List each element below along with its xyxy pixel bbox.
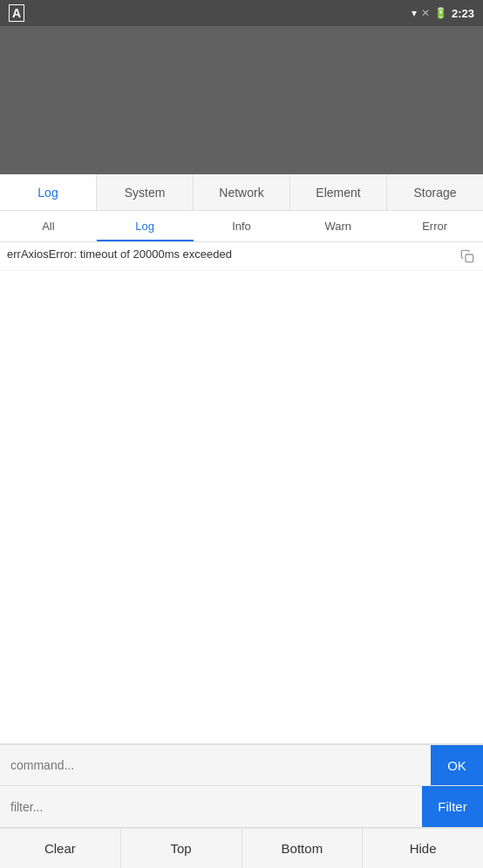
tab-storage[interactable]: Storage xyxy=(387,174,483,210)
top-tab-bar: Log System Network Element Storage xyxy=(0,174,483,211)
command-input[interactable] xyxy=(0,758,431,772)
tab-element[interactable]: Element xyxy=(290,174,387,210)
tab-log[interactable]: Log xyxy=(0,174,97,210)
signal-icon: ✕ xyxy=(421,7,430,19)
clear-button[interactable]: Clear xyxy=(0,829,121,868)
command-area: OK xyxy=(0,744,483,786)
preview-area xyxy=(0,26,483,174)
subtab-all[interactable]: All xyxy=(0,211,97,241)
status-bar: A ▾ ✕ 🔋 2:23 xyxy=(0,0,483,26)
log-content-area: errAxiosError: timeout of 20000ms exceed… xyxy=(0,242,483,744)
tab-system[interactable]: System xyxy=(97,174,194,210)
status-bar-right: ▾ ✕ 🔋 2:23 xyxy=(412,7,474,20)
log-entry-text: errAxiosError: timeout of 20000ms exceed… xyxy=(7,248,459,261)
filter-area: Filter xyxy=(0,786,483,828)
filter-button[interactable]: Filter xyxy=(422,786,483,827)
hide-button[interactable]: Hide xyxy=(363,829,483,868)
status-bar-left: A xyxy=(9,4,24,22)
wifi-icon: ▾ xyxy=(412,7,417,19)
subtab-log[interactable]: Log xyxy=(97,211,194,241)
bottom-action-bar: Clear Top Bottom Hide xyxy=(0,828,483,868)
app-icon: A xyxy=(9,4,24,22)
subtab-warn[interactable]: Warn xyxy=(289,211,386,241)
filter-input[interactable] xyxy=(0,800,422,814)
subtab-error[interactable]: Error xyxy=(386,211,483,241)
top-button[interactable]: Top xyxy=(121,829,242,868)
subtab-info[interactable]: Info xyxy=(194,211,290,241)
copy-icon[interactable] xyxy=(459,248,476,265)
ok-button[interactable]: OK xyxy=(431,745,483,785)
log-entry: errAxiosError: timeout of 20000ms exceed… xyxy=(0,242,483,271)
tab-network[interactable]: Network xyxy=(194,174,290,210)
sub-tab-bar: All Log Info Warn Error xyxy=(0,211,483,242)
time-display: 2:23 xyxy=(452,7,474,20)
svg-rect-0 xyxy=(466,254,473,262)
battery-icon: 🔋 xyxy=(434,7,447,19)
bottom-button[interactable]: Bottom xyxy=(242,829,364,868)
